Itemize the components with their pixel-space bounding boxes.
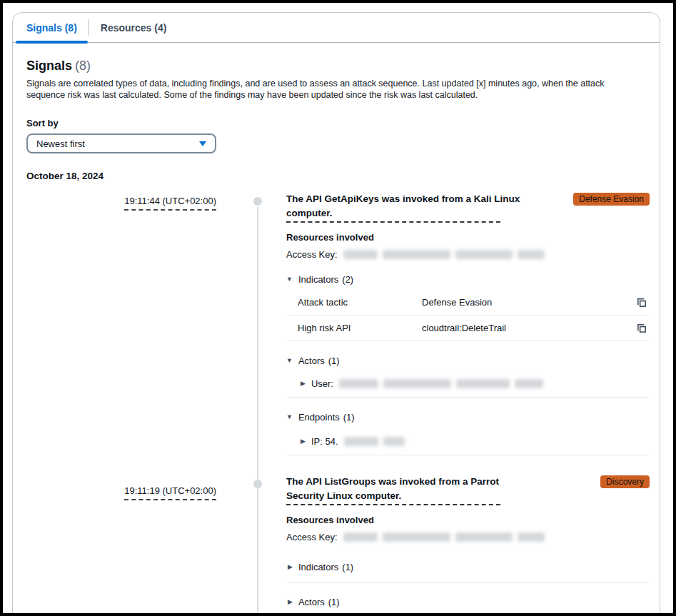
ip-label: IP: 54. — [311, 436, 338, 447]
access-key-label: Access Key: — [286, 532, 338, 542]
signal-item-2: 19:11:19 (UTC+02:00) The API ListGroups … — [26, 455, 650, 616]
redacted-access-key — [343, 250, 545, 259]
timeline-dot — [253, 480, 262, 488]
table-row: Attack tactic Defense Evasion — [286, 290, 650, 315]
endpoints-count: (1) — [343, 412, 355, 423]
indicator-value: Defense Evasion — [422, 297, 635, 308]
indicators-count: (2) — [342, 274, 353, 285]
tab-signals[interactable]: Signals (8) — [15, 13, 89, 42]
triangle-right-icon: ▶ — [288, 599, 293, 605]
resources-involved-label: Resources involved — [286, 515, 650, 525]
endpoints-section-toggle[interactable]: ▼ Endpoints (1) — [286, 412, 650, 423]
copy-button[interactable] — [635, 296, 648, 309]
copy-icon — [636, 323, 647, 333]
tab-resources[interactable]: Resources (4) — [89, 13, 178, 42]
resources-involved-label: Resources involved — [286, 232, 650, 243]
redacted-user-value — [339, 379, 543, 388]
actors-count: (1) — [328, 355, 340, 366]
signals-description: Signals are correlated types of data, in… — [26, 79, 630, 101]
indicator-key: High risk API — [298, 323, 422, 333]
title-dashed-underline — [286, 504, 500, 505]
copy-icon — [636, 297, 647, 308]
endpoint-ip-expandable[interactable]: ▶ IP: 54. — [286, 428, 650, 455]
triangle-right-icon: ▶ — [288, 564, 293, 570]
signal-title[interactable]: The API ListGroups was invoked from a Pa… — [286, 475, 538, 503]
tactic-badge: Defense Evasion — [573, 193, 650, 206]
triangle-right-icon: ▶ — [301, 380, 306, 387]
indicators-count: (1) — [342, 562, 353, 572]
actors-section-toggle[interactable]: ▼ Actors (1) — [286, 355, 650, 366]
signals-panel: Signals (8) Resources (4) Signals(8) Sig… — [12, 12, 660, 616]
sort-by-label: Sort by — [26, 118, 650, 128]
actors-section-toggle[interactable]: ▶ Actors (1) — [286, 587, 650, 616]
redacted-ip-value — [344, 437, 405, 446]
access-key-label: Access Key: — [286, 249, 338, 260]
table-row: High risk API cloudtrail:DeleteTrail — [286, 315, 650, 341]
indicator-key: Attack tactic — [298, 297, 422, 308]
actor-user-expandable[interactable]: ▶ User: — [286, 370, 650, 398]
indicators-section-toggle[interactable]: ▼ Indicators (2) — [286, 274, 650, 285]
signal-item-1: 19:11:44 (UTC+02:00) The API GetApiKeys … — [26, 181, 650, 455]
sort-select[interactable]: Newest first — [26, 133, 216, 153]
screenshot-frame: Signals (8) Resources (4) Signals(8) Sig… — [0, 0, 676, 616]
indicators-section-toggle[interactable]: ▶ Indicators (1) — [286, 552, 650, 583]
signal-timestamp[interactable]: 19:11:44 (UTC+02:00) — [124, 196, 216, 211]
page-title: Signals(8) — [26, 59, 650, 74]
copy-button[interactable] — [635, 321, 648, 335]
signals-timeline: 19:11:44 (UTC+02:00) The API GetApiKeys … — [26, 181, 650, 616]
actors-label: Actors — [298, 597, 325, 607]
page-title-text: Signals — [26, 59, 72, 73]
triangle-down-icon: ▼ — [286, 358, 293, 364]
caret-down-icon — [199, 141, 206, 146]
title-dashed-underline — [286, 221, 500, 223]
actors-count: (1) — [328, 597, 340, 607]
triangle-down-icon: ▼ — [286, 414, 293, 420]
actors-label: Actors — [298, 355, 325, 366]
indicators-table: Attack tactic Defense Evasion — [286, 290, 650, 341]
timeline-dot — [253, 197, 262, 206]
indicators-label: Indicators — [298, 274, 338, 285]
indicators-label: Indicators — [298, 562, 338, 572]
redacted-access-key — [343, 532, 545, 542]
endpoints-label: Endpoints — [298, 412, 340, 423]
date-group-header: October 18, 2024 — [26, 171, 650, 181]
triangle-right-icon: ▶ — [301, 438, 306, 445]
page-title-count: (8) — [75, 59, 91, 73]
signal-title[interactable]: The API GetApiKeys was invoked from a Ka… — [286, 192, 538, 221]
indicator-value: cloudtrail:DeleteTrail — [422, 323, 635, 333]
signal-timestamp[interactable]: 19:11:19 (UTC+02:00) — [124, 485, 216, 500]
tab-bar: Signals (8) Resources (4) — [13, 13, 660, 43]
tactic-badge: Discovery — [600, 475, 650, 488]
triangle-down-icon: ▼ — [286, 276, 293, 283]
sort-selected-value: Newest first — [36, 138, 85, 149]
user-label: User: — [311, 378, 333, 389]
